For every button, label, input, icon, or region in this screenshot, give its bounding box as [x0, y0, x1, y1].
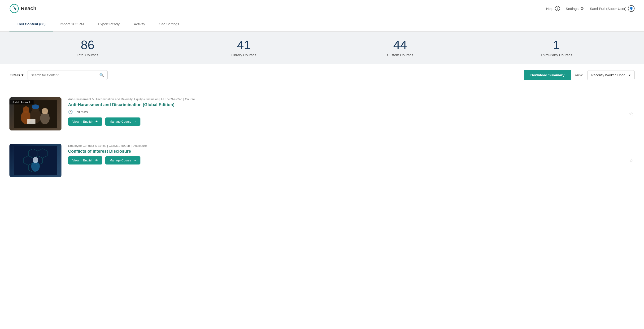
user-icon: 👤 [628, 5, 634, 12]
stat-library-courses: 41 Library Courses [166, 39, 322, 57]
help-icon: ? [555, 6, 560, 11]
user-label: Sami Puri (Super User) [590, 6, 626, 11]
library-courses-label: Library Courses [166, 53, 322, 57]
chevron-down-icon: ▾ [629, 73, 630, 77]
help-link[interactable]: Help ? [546, 6, 560, 11]
eye-icon: 👁 [95, 158, 98, 162]
stats-bar: 86 Total Courses 41 Library Courses 44 C… [0, 32, 644, 64]
view-label: View: [575, 73, 584, 77]
stat-third-party-courses: 1 Third-Party Courses [478, 39, 634, 57]
library-courses-number: 41 [166, 39, 322, 51]
course-title: Anti-Harassment and Discrimination (Glob… [68, 102, 621, 107]
tab-lrn-content[interactable]: LRN Content (86) [10, 17, 53, 32]
svg-point-0 [10, 4, 18, 13]
clock-icon: 🕐 [68, 110, 73, 114]
view-select[interactable]: Recently Worked Upon ▾ [587, 70, 634, 80]
favorite-button[interactable]: ☆ [628, 111, 634, 117]
course-list: Update Available Anti-Harassment & Discr… [0, 86, 644, 188]
update-badge: Update Available [10, 100, 34, 104]
favorite-button[interactable]: ☆ [628, 158, 634, 164]
logo-area: Reach [10, 4, 36, 13]
settings-label: Settings [566, 6, 578, 11]
duration-text: ~70 mins [74, 110, 88, 114]
course-actions: View in English 👁 Manage Course → [68, 118, 621, 126]
svg-point-4 [23, 106, 29, 113]
search-input[interactable] [31, 73, 98, 77]
view-selected-label: Recently Worked Upon [591, 73, 625, 77]
filters-label: Filters [10, 73, 20, 77]
eye-icon: 👁 [95, 120, 98, 124]
course-info: Employee Conduct & Ethics | CER310-d92en… [68, 144, 621, 164]
course-duration: 🕐 ~70 mins [68, 110, 621, 114]
manage-course-button[interactable]: Manage Course → [105, 156, 141, 164]
header-right: Help ? Settings ⚙ Sami Puri (Super User)… [546, 5, 634, 12]
filters-button[interactable]: Filters ▾ [10, 71, 24, 80]
view-in-english-button[interactable]: View in English 👁 [68, 156, 102, 164]
logo-text: Reach [21, 6, 36, 12]
view-english-label: View in English [72, 158, 93, 162]
course-item: Update Available Anti-Harassment & Discr… [10, 91, 634, 137]
course-item: Employee Conduct & Ethics | CER310-d92en… [10, 137, 634, 184]
view-english-label: View in English [72, 120, 93, 124]
total-courses-label: Total Courses [10, 53, 166, 57]
view-in-english-button[interactable]: View in English 👁 [68, 118, 102, 126]
manage-course-label: Manage Course [110, 158, 132, 162]
custom-courses-label: Custom Courses [322, 53, 478, 57]
tab-site-settings[interactable]: Site Settings [152, 17, 186, 32]
filters-row: Filters ▾ 🔍 Download Summary View: Recen… [0, 64, 644, 86]
header: Reach Help ? Settings ⚙ Sami Puri (Super… [0, 0, 644, 17]
custom-courses-number: 44 [322, 39, 478, 51]
third-party-label: Third-Party Courses [478, 53, 634, 57]
svg-point-7 [32, 104, 39, 109]
course-thumbnail [10, 144, 62, 177]
stat-total-courses: 86 Total Courses [10, 39, 166, 57]
course-meta: Anti-Harassment & Discrimination and Div… [68, 98, 621, 101]
stat-custom-courses: 44 Custom Courses [322, 39, 478, 57]
course-actions: View in English 👁 Manage Course → [68, 156, 621, 164]
settings-link[interactable]: Settings ⚙ [566, 6, 584, 11]
tab-import-scorm[interactable]: Import SCORM [53, 17, 91, 32]
tab-activity[interactable]: Activity [127, 17, 152, 32]
thumbnail-image [14, 146, 57, 175]
course-thumbnail: Update Available [10, 98, 62, 130]
svg-point-9 [42, 108, 48, 114]
course-info: Anti-Harassment & Discrimination and Div… [68, 98, 621, 126]
svg-rect-10 [27, 119, 36, 124]
tab-export-ready[interactable]: Export Ready [91, 17, 127, 32]
help-label: Help [546, 6, 554, 11]
search-box[interactable]: 🔍 [27, 70, 108, 80]
chevron-down-icon: ▾ [22, 73, 24, 77]
manage-course-label: Manage Course [110, 120, 132, 124]
course-title: Conflicts of Interest Disclosure [68, 149, 621, 154]
tabs-nav: LRN Content (86) Import SCORM Export Rea… [0, 17, 644, 32]
total-courses-number: 86 [10, 39, 166, 51]
download-summary-button[interactable]: Download Summary [524, 70, 571, 80]
logo-icon [10, 4, 19, 13]
course-meta: Employee Conduct & Ethics | CER310-d92en… [68, 144, 621, 148]
svg-point-18 [33, 157, 38, 163]
arrow-right-icon: → [133, 120, 136, 124]
arrow-right-icon: → [133, 158, 136, 162]
gear-icon: ⚙ [580, 6, 584, 11]
third-party-number: 1 [478, 39, 634, 51]
user-menu[interactable]: Sami Puri (Super User) 👤 [590, 5, 634, 12]
search-icon: 🔍 [99, 73, 104, 77]
manage-course-button[interactable]: Manage Course → [105, 118, 141, 126]
